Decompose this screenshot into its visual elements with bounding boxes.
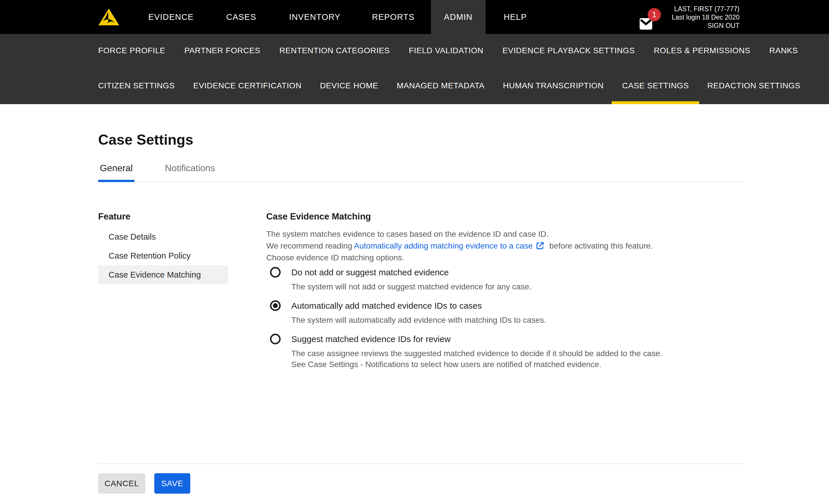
option-do-not-add: Do not add or suggest matched evidence T… (270, 267, 743, 292)
option-description-line: The case assignee reviews the suggested … (291, 348, 662, 359)
feature-item-case-retention-policy[interactable]: Case Retention Policy (98, 246, 228, 265)
axon-logo[interactable] (98, 0, 119, 34)
footer-divider (98, 463, 743, 464)
subnav-item-force-profile[interactable]: FORCE PROFILE (98, 46, 165, 55)
feature-heading: Feature (98, 212, 228, 221)
matching-evidence-help-link[interactable]: Automatically adding matching evidence t… (354, 241, 533, 250)
case-settings-page: Case Settings General Notifications Feat… (0, 132, 829, 494)
footer-actions: CANCEL SAVE (98, 473, 743, 494)
matching-options-radio-group: Do not add or suggest matched evidence T… (266, 267, 743, 370)
top-nav-bar: EVIDENCE CASES INVENTORY REPORTS ADMIN H… (0, 0, 829, 34)
save-button[interactable]: SAVE (154, 473, 190, 494)
subnav-item-human-transcription[interactable]: HUMAN TRANSCRIPTION (503, 81, 604, 90)
subnav-item-roles-permissions[interactable]: ROLES & PERMISSIONS (654, 46, 750, 55)
subnav-item-partner-forces[interactable]: PARTNER FORCES (184, 46, 260, 55)
option-description: The system will not add or suggest match… (291, 281, 531, 292)
cancel-button[interactable]: CANCEL (98, 473, 145, 494)
intro-line-2: We recommend reading Automatically addin… (266, 240, 743, 252)
detail-heading: Case Evidence Matching (266, 212, 743, 221)
option-automatically-add: Automatically add matched evidence IDs t… (270, 300, 743, 326)
nav-item-cases[interactable]: CASES (226, 0, 256, 34)
feature-list: Case Details Case Retention Policy Case … (98, 227, 228, 284)
nav-item-admin[interactable]: ADMIN (431, 0, 485, 34)
unread-count-badge: 1 (648, 8, 661, 21)
subnav-item-managed-metadata[interactable]: MANAGED METADATA (397, 81, 484, 90)
subnav-item-evidence-certification[interactable]: EVIDENCE CERTIFICATION (193, 81, 301, 90)
subnav-item-redaction-settings[interactable]: REDACTION SETTINGS (707, 81, 800, 90)
tab-general[interactable]: General (98, 163, 135, 182)
user-name: LAST, FIRST (77-777) (672, 5, 740, 13)
case-evidence-matching-panel: Case Evidence Matching The system matche… (266, 212, 743, 370)
tab-notifications[interactable]: Notifications (163, 163, 217, 182)
subnav-item-device-home[interactable]: DEVICE HOME (320, 81, 378, 90)
subnav-item-citizen-settings[interactable]: CITIZEN SETTINGS (98, 81, 175, 90)
option-label[interactable]: Suggest matched evidence IDs for review (291, 334, 662, 344)
nav-item-help[interactable]: HELP (504, 0, 527, 34)
user-info-block: LAST, FIRST (77-777) Last login 18 Dec 2… (672, 5, 740, 30)
messages-button[interactable]: 1 (640, 8, 665, 31)
sign-out-link[interactable]: SIGN OUT (708, 22, 740, 30)
feature-item-case-details[interactable]: Case Details (98, 227, 228, 246)
nav-item-reports[interactable]: REPORTS (372, 0, 414, 34)
primary-nav: EVIDENCE CASES INVENTORY REPORTS ADMIN H… (148, 0, 527, 34)
admin-sub-nav: FORCE PROFILE PARTNER FORCES RENTENTION … (0, 34, 829, 104)
option-description-line: See Case Settings - Notifications to sel… (291, 359, 662, 370)
option-description: The system will automatically add eviden… (291, 315, 546, 326)
external-link-icon[interactable] (536, 241, 544, 250)
radio-suggest-for-review[interactable] (270, 334, 281, 344)
detail-intro: The system matches evidence to cases bas… (266, 228, 743, 264)
option-suggest-for-review: Suggest matched evidence IDs for review … (270, 334, 743, 370)
admin-sub-nav-row1: FORCE PROFILE PARTNER FORCES RENTENTION … (98, 46, 829, 55)
nav-item-evidence[interactable]: EVIDENCE (148, 0, 194, 34)
axon-delta-icon (98, 8, 119, 26)
option-label[interactable]: Do not add or suggest matched evidence (291, 267, 531, 278)
feature-panel: Feature Case Details Case Retention Poli… (98, 212, 228, 284)
subnav-item-ranks[interactable]: RANKS (769, 46, 798, 55)
intro-line-3: Choose evidence ID matching options. (266, 252, 743, 264)
admin-sub-nav-row2: CITIZEN SETTINGS EVIDENCE CERTIFICATION … (98, 81, 829, 90)
page-title: Case Settings (98, 132, 743, 147)
intro-line-1: The system matches evidence to cases bas… (266, 228, 743, 240)
subnav-item-field-validation[interactable]: FIELD VALIDATION (409, 46, 483, 55)
last-login: Last login 18 Dec 2020 (672, 13, 740, 22)
radio-automatically-add[interactable] (270, 300, 281, 311)
subnav-item-case-settings[interactable]: CASE SETTINGS (622, 81, 689, 90)
intro-line-2-suffix: before activating this feature. (547, 241, 653, 250)
feature-item-case-evidence-matching[interactable]: Case Evidence Matching (98, 265, 228, 284)
intro-line-2-prefix: We recommend reading (266, 241, 354, 250)
nav-item-inventory[interactable]: INVENTORY (289, 0, 340, 34)
settings-tabs: General Notifications (98, 163, 743, 182)
option-label[interactable]: Automatically add matched evidence IDs t… (291, 300, 546, 311)
option-description: The case assignee reviews the suggested … (291, 348, 662, 370)
subnav-item-evidence-playback-settings[interactable]: EVIDENCE PLAYBACK SETTINGS (502, 46, 635, 55)
subnav-item-rentention-categories[interactable]: RENTENTION CATEGORIES (279, 46, 390, 55)
radio-do-not-add[interactable] (270, 267, 281, 278)
